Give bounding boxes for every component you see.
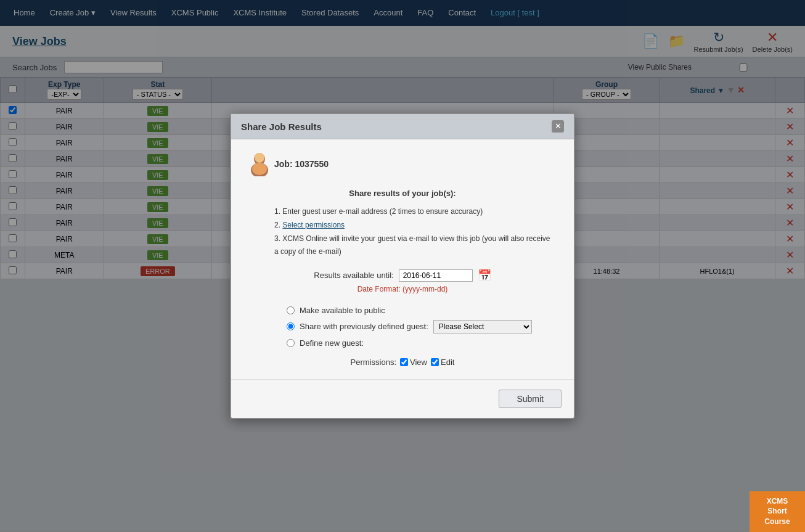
date-format-value: (yyyy-mm-dd): [402, 285, 447, 293]
permissions-label: Permissions:: [351, 358, 396, 367]
select-permissions-link[interactable]: Select permissions: [282, 221, 345, 229]
modal-footer: Submit: [231, 379, 574, 418]
job-label: Job: 1037550: [274, 159, 329, 169]
modal-header: Share Job Results ✕: [231, 114, 574, 139]
svg-point-3: [252, 163, 267, 175]
option-public-label: Make available to public: [300, 306, 385, 315]
view-checkbox[interactable]: [400, 358, 408, 366]
user-icon: [250, 152, 269, 176]
edit-label: Edit: [441, 358, 454, 367]
permissions-row: Permissions: View Edit: [250, 358, 555, 367]
page-wrapper: View Jobs 📄 📁 ↻ Resubmit Job(s) ✕ Delete…: [0, 26, 805, 531]
svg-point-2: [255, 153, 264, 163]
submit-button[interactable]: Submit: [499, 390, 562, 408]
modal-body: Job: 1037550 Share results of your job(s…: [231, 139, 574, 379]
view-label: View: [410, 358, 427, 367]
date-format: Date Format: (yyyy-mm-dd): [250, 285, 555, 293]
instruction-1: 1. Enter guest user e-mail address (2 ti…: [274, 205, 555, 219]
option-guest: Share with previously defined guest: Ple…: [287, 320, 555, 334]
modal-title: Share Job Results: [241, 121, 322, 132]
option-new-guest: Define new guest:: [287, 338, 555, 348]
radio-new-guest[interactable]: [287, 339, 295, 347]
date-row: Results available until: 📅: [250, 269, 555, 282]
modal-close-button[interactable]: ✕: [552, 120, 564, 133]
guest-select[interactable]: Please Select: [433, 320, 532, 334]
edit-checkbox[interactable]: [431, 358, 439, 366]
job-info: Job: 1037550: [250, 152, 555, 176]
instruction-2: 2. Select permissions: [274, 219, 555, 232]
edit-permission-label[interactable]: Edit: [431, 358, 454, 367]
share-results-title: Share results of your job(s):: [250, 189, 555, 198]
option-new-guest-label: Define new guest:: [300, 338, 364, 348]
radio-public[interactable]: [287, 306, 295, 314]
modal-overlay: Share Job Results ✕ Job: 1037550: [0, 0, 805, 532]
view-permission-label[interactable]: View: [400, 358, 427, 367]
date-label: Results available until:: [314, 271, 393, 280]
share-options: Make available to public Share with prev…: [287, 306, 555, 348]
xcms-short-course-badge[interactable]: XCMSShortCourse: [750, 491, 805, 532]
date-input[interactable]: [399, 269, 473, 282]
calendar-icon[interactable]: 📅: [478, 269, 491, 282]
radio-guest[interactable]: [287, 322, 295, 330]
instruction-3: 3. XCMS Online will invite your guest vi…: [274, 232, 555, 259]
instructions: 1. Enter guest user e-mail address (2 ti…: [250, 205, 555, 258]
option-public: Make available to public: [287, 306, 555, 315]
option-guest-label: Share with previously defined guest:: [300, 322, 428, 331]
date-format-label: Date Format:: [358, 285, 401, 293]
share-job-modal: Share Job Results ✕ Job: 1037550: [230, 113, 575, 419]
job-id: 1037550: [295, 159, 329, 169]
job-label-text: Job:: [274, 159, 293, 169]
